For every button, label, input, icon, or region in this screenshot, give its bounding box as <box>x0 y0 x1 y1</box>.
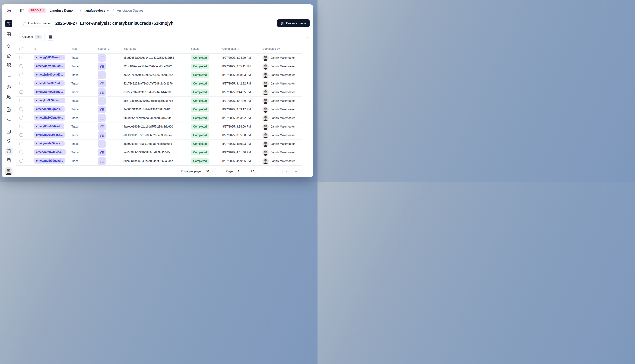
row-checkbox[interactable] <box>20 56 23 59</box>
row-source-link[interactable] <box>98 132 106 139</box>
list-tree-icon <box>6 76 11 80</box>
table-row[interactable]: cmetylt3m00d2ad... Trace 4aaece1603cb2e1… <box>16 122 302 131</box>
row-source-link[interactable] <box>98 80 106 88</box>
previous-page-button[interactable] <box>273 168 280 175</box>
table-row[interactable]: cmetykdr400ciad0... Trace c9d56ca32efaff… <box>16 88 302 96</box>
row-checkbox[interactable] <box>20 142 23 145</box>
row-checkbox[interactable] <box>20 108 23 111</box>
first-page-button[interactable] <box>263 168 270 175</box>
row-id-link[interactable]: cmetyk55x00c1ad... <box>34 80 65 86</box>
row-id-link[interactable]: cmetylht300bqad0... <box>34 115 65 120</box>
columns-button[interactable]: Columns 8/8 <box>20 33 45 41</box>
row-source-link[interactable] <box>98 71 106 79</box>
row-source-link[interactable] <box>98 140 106 148</box>
breadcrumb-project[interactable]: langfuse-docs <box>84 9 109 12</box>
table-row[interactable]: cmetymeds00cwa... Trace 36b90cdfc47e5da1… <box>16 140 302 148</box>
process-queue-button[interactable]: Process queue <box>277 19 310 27</box>
row-type: Trace <box>71 134 98 137</box>
column-header-completed-by[interactable]: Completed by <box>263 47 302 50</box>
sidebar-item-search[interactable] <box>6 44 11 49</box>
row-type: Trace <box>71 82 98 85</box>
sidebar-item-sessions[interactable] <box>6 85 11 90</box>
row-id-link[interactable]: cmetymeds00cwa... <box>34 141 65 146</box>
row-checkbox[interactable] <box>20 125 23 128</box>
row-source-link[interactable] <box>98 88 106 96</box>
row-checkbox[interactable] <box>20 133 23 137</box>
sidebar-item-evaluation[interactable] <box>6 129 11 134</box>
column-header-status[interactable]: Status <box>191 47 222 50</box>
sidebar-item-insights[interactable] <box>6 139 11 144</box>
row-source-link[interactable] <box>98 62 106 70</box>
last-page-button[interactable] <box>292 168 299 175</box>
table-row[interactable]: cmetymyfb00gvad... Trace 8dc69b1ba1e540b… <box>16 157 302 166</box>
sidebar-item-users[interactable] <box>6 94 11 99</box>
chevron-right-icon <box>284 170 288 173</box>
sidebar-item-dashboards[interactable] <box>6 63 11 68</box>
row-id-link[interactable]: cmetymmuw00cea... <box>34 149 66 155</box>
row-id-link[interactable]: cmetym2fz00d4ad... <box>34 132 65 138</box>
column-header-type[interactable]: Type <box>71 47 98 50</box>
row-id-link[interactable]: cmetymyfb00gvad... <box>34 158 65 164</box>
row-id-link[interactable]: cmetykdr400ciad0... <box>34 89 65 95</box>
lightbulb-icon <box>6 139 11 144</box>
row-source-link[interactable] <box>98 123 106 130</box>
column-header-source[interactable]: Source <box>98 47 123 50</box>
table-row[interactable]: cmetym2fz00d4ad... Trace a0df3f901167218… <box>16 131 302 140</box>
sidebar-item-playground[interactable] <box>6 117 11 122</box>
table-row[interactable]: cmetyl5r100grad0... Trace 2e603f31361115… <box>16 105 302 114</box>
sidebar-item-datasets[interactable] <box>6 158 11 163</box>
row-source-link[interactable] <box>98 97 106 105</box>
sidebar-item-launch[interactable] <box>5 20 12 27</box>
row-source-link[interactable] <box>98 148 106 156</box>
sidebar-item-tracing[interactable] <box>6 76 11 80</box>
row-source-id: 4aaece1603cb2e16dd757f28de8de600 <box>123 125 191 128</box>
row-id-link[interactable]: cmetygeov00buad... <box>34 63 65 69</box>
sidebar-item-annotation-queues[interactable] <box>5 147 13 155</box>
avatar-image <box>263 124 269 130</box>
row-id-link[interactable]: cmetylt3m00d2ad... <box>34 124 64 129</box>
breadcrumb-organization[interactable]: Langfuse Demo <box>50 9 77 12</box>
list-tree-icon <box>100 133 104 138</box>
sidebar-item-tables[interactable] <box>6 32 11 37</box>
table-row[interactable]: cmetyju1r00ccad0... Trace b63297665cfd44… <box>16 71 302 80</box>
app-window: PROD-EU Langfuse Demo / langfuse-docs / … <box>2 4 313 177</box>
column-header-id[interactable]: Id <box>34 47 71 50</box>
row-id-link[interactable]: cmetyg5j800bwad... <box>34 55 65 60</box>
column-header-completed-at[interactable]: Completed At <box>222 47 263 50</box>
next-page-button[interactable] <box>282 168 290 175</box>
page-number-input[interactable] <box>235 168 247 175</box>
row-id-link[interactable]: cmetyko0k00bsad... <box>34 98 65 103</box>
row-checkbox[interactable] <box>20 116 23 120</box>
row-checkbox[interactable] <box>20 73 23 76</box>
table-row[interactable]: cmetyko0k00bsad... Trace be7723e30d80205… <box>16 96 302 105</box>
table-row[interactable]: cmetyg5j800bwad... Trace d5ad9d52a00c6e1… <box>16 54 302 62</box>
row-checkbox[interactable] <box>20 99 23 102</box>
row-checkbox[interactable] <box>20 159 23 162</box>
row-checkbox[interactable] <box>20 150 23 154</box>
sidebar-item-home[interactable] <box>6 54 11 58</box>
rows-per-page-select[interactable]: 50 <box>203 168 216 175</box>
table-row[interactable]: cmetygeov00buad... Trace 22c41f09acae5b1… <box>16 62 302 71</box>
collapse-panel-button[interactable] <box>305 34 311 40</box>
row-id-link[interactable]: cmetyl5r100grad0... <box>34 106 65 112</box>
row-source-link[interactable] <box>98 54 106 62</box>
table-row[interactable]: cmetymmuw00cea... Trace aaf0c38db0f3f204… <box>16 148 302 157</box>
sidebar-toggle-button[interactable] <box>20 8 25 13</box>
row-checkbox[interactable] <box>20 82 23 85</box>
sidebar-item-prompts[interactable] <box>6 107 11 112</box>
column-header-source-id[interactable]: Source ID <box>123 47 191 50</box>
row-checkbox[interactable] <box>20 90 23 94</box>
row-source-id: b63297665cfd4439592649672abb325e <box>123 74 191 76</box>
row-checkbox[interactable] <box>20 64 23 68</box>
table-row[interactable]: cmetyk55x00c1ad... Trace 52c72c2222ea78e… <box>16 80 302 88</box>
user-avatar[interactable] <box>5 168 13 175</box>
row-source-link[interactable] <box>98 114 106 122</box>
avatar <box>263 124 269 130</box>
table-row[interactable]: cmetylht300bqad0... Trace 0f1dd65b7bb9bf… <box>16 114 302 122</box>
row-id-link[interactable]: cmetyju1r00ccad0... <box>34 72 65 78</box>
row-source-link[interactable] <box>98 106 106 113</box>
row-height-button[interactable] <box>47 33 54 40</box>
select-all-checkbox[interactable] <box>20 47 23 50</box>
row-source-link[interactable] <box>98 157 106 165</box>
breadcrumb-separator: / <box>80 8 81 13</box>
